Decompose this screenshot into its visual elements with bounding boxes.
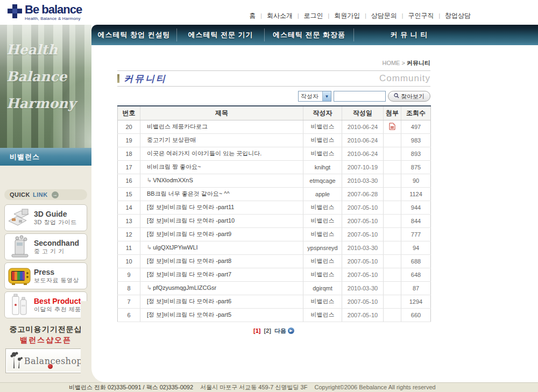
post-title-link[interactable]: [정 보]비비크림 다 모여라 -part6 bbox=[147, 298, 231, 304]
floorplan-3d-icon bbox=[5, 207, 34, 229]
red-ball-icon bbox=[48, 364, 53, 369]
board-header-row: 번호제목작성자작성일첨부조회수 bbox=[118, 106, 431, 120]
post-title-cell: ↳ulgQXtJPYiwWLI bbox=[140, 241, 303, 254]
post-date: 2007-06-28 bbox=[342, 187, 384, 201]
quick-link-machine[interactable]: Secondhand 중 고 기 기 bbox=[4, 233, 87, 260]
hero-text-harmony: Harmony bbox=[0, 90, 91, 117]
post-author: apple bbox=[303, 187, 342, 201]
post-number: 14 bbox=[118, 201, 140, 214]
table-row: 16 ↳VNXlodmXXnS etmqcage 2010-03-30 90 bbox=[118, 174, 431, 187]
next-page-button[interactable]: 다음▶ bbox=[274, 327, 294, 335]
page-link-2[interactable]: [2] bbox=[264, 327, 271, 334]
balanceshop-label: Balanceshop bbox=[24, 356, 83, 366]
hero-text-health: Health bbox=[0, 25, 91, 63]
post-title-link[interactable]: [정 보]비비크림 다 모여라 -part10 bbox=[147, 217, 235, 224]
post-attachment bbox=[384, 160, 401, 174]
page-title-english: Community bbox=[379, 73, 430, 84]
post-views: 1124 bbox=[401, 187, 431, 201]
post-date: 2007-05-10 bbox=[342, 295, 384, 308]
post-title-link[interactable]: pfQzyusmqgJmLIZCGsr bbox=[153, 284, 216, 291]
post-date: 2010-03-30 bbox=[342, 241, 384, 254]
post-author: 비밸런스 bbox=[303, 133, 342, 147]
post-title-link[interactable]: BB크림 너무 좋은것 같아요~ ^^ bbox=[147, 190, 230, 197]
post-title-cell: [정 보]비비크림 다 모여라 -part7 bbox=[140, 268, 303, 281]
post-attachment bbox=[384, 281, 401, 295]
post-title-cell: ↳pfQzyusmqgJmLIZCGsr bbox=[140, 281, 303, 295]
board-search-row: 작성자 ▼ 찾아보기 bbox=[117, 90, 430, 102]
table-row: 20 비밸런스 제품카다로그 비밸런스 2010-06-24 497 bbox=[118, 120, 431, 133]
post-title-link[interactable]: 중고기기 보상판매 bbox=[147, 137, 196, 143]
page-link-1[interactable]: [1] bbox=[253, 327, 260, 334]
pagination: [1][2]다음▶ bbox=[117, 327, 430, 335]
quick-link-list: 3D Guide 3D 창업 가이드 Secondhand 중 고 기 기 Pr… bbox=[4, 204, 87, 318]
quick-link-subtitle: 보도자료 동영상 bbox=[34, 276, 79, 284]
post-attachment bbox=[384, 187, 401, 201]
reply-arrow-icon: ↳ bbox=[147, 177, 152, 183]
post-number: 11 bbox=[118, 241, 140, 254]
utility-nav: 홈|회사소개|로그인|회원가입|상담문의|구인구직|창업상담 bbox=[249, 11, 471, 20]
table-row: 15 BB크림 너무 좋은것 같아요~ ^^ apple 2007-06-28 … bbox=[118, 187, 431, 201]
post-number: 20 bbox=[118, 120, 140, 133]
post-title-link[interactable]: [정 보]비비크림 다 모여라 -part7 bbox=[147, 271, 231, 277]
quick-link-header[interactable]: QUICK LINK → bbox=[4, 189, 87, 200]
post-title-cell: [정 보]비비크림 다 모여라 -part9 bbox=[140, 227, 303, 241]
util-nav-item-4[interactable]: 상담문의 bbox=[371, 11, 397, 20]
post-title-link[interactable]: [정 보]비비크림 다 모여라 -part11 bbox=[147, 204, 234, 210]
quick-link-cosmetics[interactable]: Best Product 이달의 추천 제품 bbox=[4, 291, 87, 318]
main-nav-item-1[interactable]: 에스테틱 전문 기기 bbox=[177, 25, 264, 45]
post-title-link[interactable]: [정 보]비비크림 다 모여라 -part9 bbox=[147, 231, 231, 237]
breadcrumb: HOME > 커뮤니티 bbox=[117, 59, 430, 68]
logo-text: Be balance bbox=[25, 4, 82, 16]
post-attachment[interactable] bbox=[384, 120, 401, 133]
board-table-body: 20 비밸런스 제품카다로그 비밸런스 2010-06-24 497 19 중고… bbox=[118, 120, 431, 322]
quick-link-tv[interactable]: Press 보도자료 동영상 bbox=[4, 262, 87, 289]
pdf-icon[interactable] bbox=[389, 125, 395, 131]
main-nav-item-0[interactable]: 에스테틱 창업 컨설팅 bbox=[91, 25, 176, 45]
post-title-link[interactable]: 이곳은 여러가지 이야기들이 있는 곳입니다. bbox=[147, 150, 261, 156]
post-number: 7 bbox=[118, 295, 140, 308]
search-field-select[interactable]: 작성자 ▼ bbox=[298, 91, 331, 102]
post-attachment bbox=[384, 241, 401, 254]
util-nav-item-1[interactable]: 회사소개 bbox=[267, 11, 293, 20]
util-nav-item-5[interactable]: 구인구직 bbox=[408, 11, 434, 20]
post-title-cell: BB크림 너무 좋은것 같아요~ ^^ bbox=[140, 187, 303, 201]
post-title-cell: [정 보]비비크림 다 모여라 -part6 bbox=[140, 295, 303, 308]
quick-link-subtitle: 3D 창업 가이드 bbox=[34, 218, 77, 226]
post-author: knihgt bbox=[303, 160, 342, 174]
post-title-link[interactable]: [정 보]비비크림 다 모여라 -part8 bbox=[147, 258, 231, 264]
footer-address: 서울시 마포구 서교동 459-7 신명빌딩 3F bbox=[200, 384, 307, 390]
search-button[interactable]: 찾아보기 bbox=[388, 91, 430, 102]
shop-promo-line2[interactable]: 밸런스샵오픈 bbox=[0, 334, 91, 345]
breadcrumb-home[interactable]: HOME bbox=[382, 60, 400, 66]
post-attachment bbox=[384, 214, 401, 227]
post-number: 6 bbox=[118, 308, 140, 322]
post-views: 94 bbox=[401, 241, 431, 254]
util-nav-item-6[interactable]: 창업상담 bbox=[445, 11, 471, 20]
breadcrumb-separator: > bbox=[402, 60, 405, 66]
post-date: 2010-06-24 bbox=[342, 133, 384, 147]
arrow-right-circle-icon: ▶ bbox=[288, 327, 294, 334]
column-header-2: 작성자 bbox=[303, 106, 342, 120]
post-title-link[interactable]: ulgQXtJPYiwWLI bbox=[153, 244, 197, 251]
post-title-link[interactable]: [정 보]비비크림 다 모여라 -part5 bbox=[147, 311, 231, 318]
search-input[interactable] bbox=[334, 91, 386, 102]
util-nav-item-3[interactable]: 회원가입 bbox=[334, 11, 360, 20]
post-views: 777 bbox=[401, 227, 431, 241]
post-title-link[interactable]: 비밸런스 제품카다로그 bbox=[147, 123, 208, 130]
post-title-link[interactable]: 비비크림 짱 좋아요~ bbox=[147, 163, 201, 170]
main-nav-item-3[interactable]: 커 뮤 니 티 bbox=[354, 25, 464, 45]
footer-contact: 비밸런스 전화 02)335-0091 / 팩스 02)335-0092 bbox=[69, 384, 193, 390]
util-nav-item-0[interactable]: 홈 bbox=[249, 11, 256, 20]
balanceshop-banner[interactable]: Balanceshop bbox=[5, 348, 86, 373]
logo[interactable]: Be balance Health, Balance & Harmony bbox=[8, 4, 82, 22]
quick-link-floorplan-3d[interactable]: 3D Guide 3D 창업 가이드 bbox=[4, 204, 87, 231]
post-attachment bbox=[384, 227, 401, 241]
column-header-5: 조회수 bbox=[401, 106, 431, 120]
post-title-link[interactable]: VNXlodmXXnS bbox=[153, 177, 193, 183]
main-nav-item-2[interactable]: 에스테틱 전문 화장품 bbox=[265, 25, 353, 45]
util-nav-separator: | bbox=[402, 13, 404, 19]
post-author: 비밸런스 bbox=[303, 201, 342, 214]
util-nav-item-2[interactable]: 로그인 bbox=[304, 11, 323, 20]
sidebar-brand-bar[interactable]: 비밸런스 bbox=[0, 148, 91, 166]
chevron-down-icon[interactable]: ▼ bbox=[322, 91, 331, 101]
